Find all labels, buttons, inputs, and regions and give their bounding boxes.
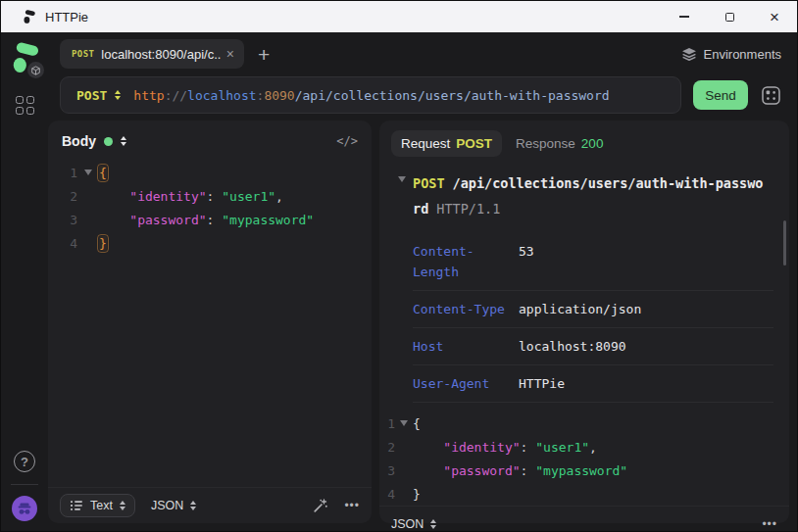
header-row: Hostlocalhost:8090 xyxy=(413,328,773,365)
tab-response[interactable]: Response 200 xyxy=(506,130,613,157)
request-headers-table: Content-Length53Content-Typeapplication/… xyxy=(413,233,773,403)
tab-bar: POST localhost:8090/api/c... × + Environ… xyxy=(60,39,781,69)
mode-sort-icon xyxy=(120,501,125,510)
line-number: 1 xyxy=(379,416,395,431)
request-fold-toggle[interactable] xyxy=(391,170,413,221)
environments-button[interactable]: Environments xyxy=(681,47,781,62)
tab-request[interactable]: Request POST xyxy=(391,130,502,157)
header-name: User-Agent xyxy=(413,373,511,394)
request-line: POST/api/collections/users/auth-with-pas… xyxy=(379,165,789,229)
code-text: "password": "mypassword" xyxy=(413,463,627,478)
body-title: Body xyxy=(62,133,96,149)
code-line: 2 "identity": "user1", xyxy=(48,184,372,208)
code-line: 4} xyxy=(48,231,372,255)
codegen-icon xyxy=(761,85,781,106)
httpie-window: HTTPie × ? xyxy=(0,0,798,532)
line-number: 4 xyxy=(379,487,395,502)
header-row: Content-Typeapplication/json xyxy=(413,291,773,328)
layers-icon xyxy=(681,47,697,62)
code-text: } xyxy=(99,236,107,251)
method-sort-icon xyxy=(115,90,121,100)
scrollbar-thumb[interactable] xyxy=(783,220,786,266)
code-text: "identity": "user1", xyxy=(413,440,597,455)
code-line: 1{ xyxy=(379,411,789,435)
header-value: 53 xyxy=(519,241,773,282)
code-view-toggle-icon[interactable]: </> xyxy=(336,134,358,148)
user-avatar[interactable] xyxy=(12,496,37,521)
text-mode-icon xyxy=(70,499,83,512)
tab-label: localhost:8090/api/c... xyxy=(101,47,221,62)
httpie-logo xyxy=(10,41,39,76)
body-panel: Body </> 1{2 "identity": "user1",3 "pass… xyxy=(48,121,372,523)
exchange-panel: Request POST Response 200 POST/api/colle… xyxy=(379,121,789,523)
tab-close-icon[interactable]: × xyxy=(226,47,234,61)
window-title: HTTPie xyxy=(45,10,88,24)
incognito-icon xyxy=(17,502,32,516)
header-name: Content-Type xyxy=(413,299,511,319)
editor-language-selector[interactable]: JSON xyxy=(151,499,196,512)
request-protocol: HTTP/1.1 xyxy=(436,201,500,217)
code-text: } xyxy=(413,487,421,502)
tab-response-label: Response xyxy=(516,136,575,151)
body-active-dot xyxy=(104,137,113,146)
header-name: Content-Length xyxy=(413,241,511,282)
close-button[interactable]: × xyxy=(752,1,797,32)
url-text[interactable]: http://localhost:8090/api/collections/us… xyxy=(133,88,609,103)
line-number: 2 xyxy=(48,189,77,204)
exchange-tabs: Request POST Response 200 xyxy=(379,121,789,165)
fold-toggle-icon[interactable] xyxy=(77,169,99,175)
header-value: application/json xyxy=(519,299,773,319)
header-value: HTTPie xyxy=(519,373,773,394)
request-tab[interactable]: POST localhost:8090/api/c... × xyxy=(60,39,244,69)
sidebar-divider xyxy=(11,484,38,485)
environments-label: Environments xyxy=(704,47,781,62)
viewer-language-selector[interactable]: JSON xyxy=(391,517,436,531)
new-tab-button[interactable]: + xyxy=(258,44,270,65)
maximize-button[interactable] xyxy=(707,1,752,32)
url-input[interactable]: POST http://localhost:8090/api/collectio… xyxy=(60,76,681,114)
code-line: 2 "identity": "user1", xyxy=(379,435,789,459)
body-panel-header: Body </> xyxy=(48,121,372,157)
code-generation-button[interactable] xyxy=(761,85,781,106)
code-text: { xyxy=(413,416,421,431)
minimize-button[interactable] xyxy=(662,1,707,32)
code-line: 1{ xyxy=(48,161,372,184)
code-line: 3 "password": "mypassword" xyxy=(48,208,372,231)
viewer-language-sort-icon xyxy=(430,519,436,529)
viewer-language-label: JSON xyxy=(391,517,424,531)
request-body-viewer: 1{2 "identity": "user1",3 "password": "m… xyxy=(379,411,789,506)
method-selector[interactable]: POST xyxy=(76,88,107,103)
header-name: Host xyxy=(413,336,511,357)
local-space-badge[interactable] xyxy=(27,62,44,78)
editor-more-menu[interactable]: ••• xyxy=(344,499,360,512)
viewer-more-menu[interactable]: ••• xyxy=(762,517,777,531)
header-row: Content-Length53 xyxy=(413,233,773,291)
sidebar: ? xyxy=(1,32,48,531)
editor-language-label: JSON xyxy=(151,499,183,512)
code-line: 4} xyxy=(379,482,789,506)
language-sort-icon xyxy=(190,501,196,510)
line-number: 2 xyxy=(379,440,395,455)
line-number: 1 xyxy=(48,166,77,180)
send-button[interactable]: Send xyxy=(693,80,748,110)
spaces-grid-icon[interactable] xyxy=(16,96,34,115)
body-panel-footer: Text JSON xyxy=(48,487,372,523)
body-selector-sort-icon[interactable] xyxy=(121,136,126,146)
code-text: "password": "mypassword" xyxy=(99,213,314,227)
exchange-panel-footer: JSON ••• xyxy=(379,506,789,532)
code-line: 3 "password": "mypassword" xyxy=(379,459,789,482)
tab-request-label: Request xyxy=(401,136,450,151)
line-number: 3 xyxy=(48,213,77,227)
tab-method-badge: POST xyxy=(72,49,94,59)
header-row: User-AgentHTTPie xyxy=(413,365,773,403)
prettify-wand-icon[interactable] xyxy=(313,498,328,513)
box-icon xyxy=(30,65,41,76)
request-method: POST xyxy=(413,175,445,191)
editor-mode-selector[interactable]: Text xyxy=(60,494,135,517)
help-glyph: ? xyxy=(21,455,28,469)
code-text: { xyxy=(99,166,107,180)
fold-toggle-icon[interactable] xyxy=(395,420,413,426)
json-body-editor[interactable]: 1{2 "identity": "user1",3 "password": "m… xyxy=(48,157,372,259)
line-number: 3 xyxy=(379,463,395,478)
help-icon[interactable]: ? xyxy=(14,451,35,472)
